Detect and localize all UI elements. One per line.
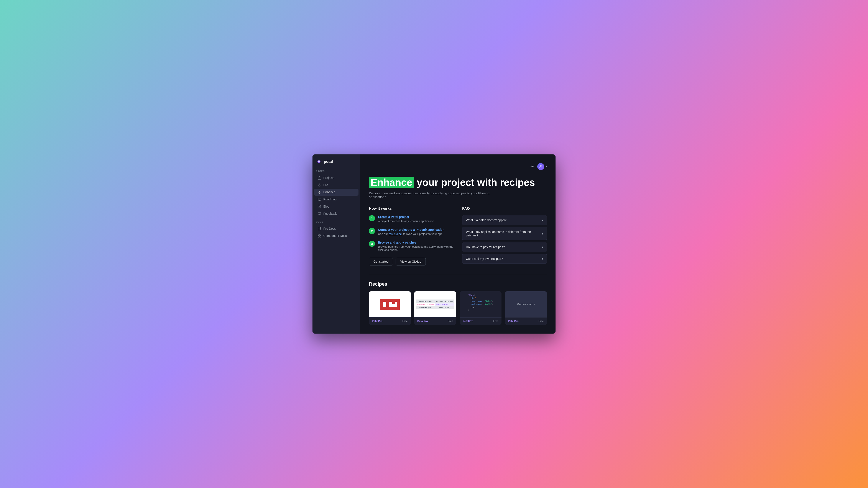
how-it-works-title: How it works: [369, 206, 454, 211]
svg-rect-7: [320, 236, 321, 237]
faq-item-2[interactable]: Do I have to pay for recipes? ▾: [462, 242, 547, 252]
faq-title: FAQ: [462, 206, 547, 211]
rocket-icon: [318, 183, 321, 187]
book-icon: [318, 227, 321, 230]
step-2-desc: Use our mix project to sync your project…: [378, 232, 454, 235]
recipe-card-remove-orgs[interactable]: Remove orgs PetalPro Free: [505, 291, 547, 325]
svg-rect-12: [386, 302, 389, 307]
sparkle-icon: [318, 190, 321, 194]
two-col-layout: How it works 1 Create a Petal project A …: [369, 206, 547, 265]
recipe-footer-uuid: PetalPro Free: [414, 317, 456, 325]
recipe-brand-code: PetalPro: [463, 320, 473, 323]
svg-rect-1: [318, 177, 321, 180]
svg-point-8: [540, 165, 541, 167]
sidebar-item-component-docs-label: Component Docs: [323, 234, 347, 237]
recipes-title: Recipes: [369, 281, 547, 287]
recipe-brand-uuid: PetalPro: [417, 320, 428, 323]
sidebar-item-pro[interactable]: Pro: [314, 182, 359, 189]
docs-section: DOCS Pro Docs Component Docs: [312, 221, 360, 239]
step-1-number: 1: [369, 215, 375, 221]
view-github-button[interactable]: View on GitHub: [396, 258, 426, 265]
npm-logo-svg: [378, 297, 402, 312]
hero-title: Enhance your project with recipes: [369, 177, 547, 188]
mix-project-link[interactable]: mix project: [389, 232, 402, 235]
sidebar-item-projects[interactable]: Projects: [314, 174, 359, 181]
recipe-price-npm: Free: [402, 320, 408, 323]
pages-section: PAGES Projects Pro: [312, 170, 360, 217]
recipe-brand-npm: PetalPro: [372, 320, 382, 323]
faq-chevron-1: ▾: [541, 232, 543, 235]
avatar: [537, 163, 544, 170]
petal-logo-icon: [316, 159, 322, 165]
sidebar: petal PAGES Projects Pro: [312, 155, 360, 334]
sidebar-item-enhance[interactable]: Enhance: [314, 189, 359, 196]
recipe-thumbnail-code: %User{ id: 1, first_name: "John", last_n…: [460, 291, 501, 317]
recipes-grid: PetalPro Free Timestamp (48) Address Fam…: [369, 291, 547, 325]
step-3-content: Browse and apply patches Browse patches …: [378, 241, 454, 252]
step-3-title: Browse and apply patches: [378, 241, 454, 244]
code-snippet: %User{ id: 1, first_name: "John", last_n…: [468, 294, 493, 312]
step-1-content: Create a Petal project A project matches…: [378, 215, 454, 223]
hero-highlight-word: Enhance: [369, 177, 414, 188]
docs-label: DOCS: [312, 221, 360, 225]
faq-chevron-2: ▾: [541, 245, 543, 249]
get-started-button[interactable]: Get started: [369, 258, 393, 265]
remove-orgs-label: Remove orgs: [517, 302, 535, 306]
step-1-title[interactable]: Create a Petal project: [378, 215, 454, 219]
step-3-desc: Browse patches from your localhost and a…: [378, 245, 454, 252]
recipe-footer-code: PetalPro Free: [460, 317, 501, 325]
recipe-card-uuid[interactable]: Timestamp (48) Address Family (8) 573E01…: [414, 291, 456, 325]
logo-text: petal: [324, 159, 333, 164]
step-2: 2 Connect your project to a Phoenix appl…: [369, 228, 454, 235]
sidebar-item-feedback[interactable]: Feedback: [314, 210, 359, 217]
recipe-thumbnail-npm: [369, 291, 411, 317]
faq-question-0: What if a patch doesn't apply?: [466, 219, 506, 222]
hero-section: Enhance your project with recipes Discov…: [369, 177, 547, 199]
faq-section: FAQ What if a patch doesn't apply? ▾ Wha…: [462, 206, 547, 265]
sidebar-item-feedback-label: Feedback: [323, 212, 337, 215]
sidebar-item-pro-docs[interactable]: Pro Docs: [314, 225, 359, 232]
faq-chevron-0: ▾: [541, 219, 543, 222]
sidebar-item-roadmap-label: Roadmap: [323, 198, 337, 201]
step-3: 3 Browse and apply patches Browse patche…: [369, 241, 454, 252]
faq-question-1: What if my application name is different…: [466, 230, 541, 237]
grid-icon: [318, 234, 321, 237]
section-divider: [369, 274, 547, 274]
user-menu-chevron: ▾: [546, 165, 547, 168]
faq-item-3[interactable]: Can I add my own recipes? ▾: [462, 254, 547, 264]
svg-rect-5: [320, 234, 321, 235]
document-icon: [318, 205, 321, 208]
hero-title-rest: your project with recipes: [414, 177, 535, 188]
sidebar-item-pro-docs-label: Pro Docs: [323, 227, 336, 230]
sidebar-item-blog[interactable]: Blog: [314, 203, 359, 210]
sidebar-item-projects-label: Projects: [323, 176, 334, 180]
recipe-price-remove-orgs: Free: [538, 320, 544, 323]
recipe-price-uuid: Free: [448, 320, 453, 323]
step-2-content: Connect your project to a Phoenix applic…: [378, 228, 454, 235]
cta-buttons: Get started View on GitHub: [369, 258, 454, 265]
sidebar-item-component-docs[interactable]: Component Docs: [314, 232, 359, 239]
faq-chevron-3: ▾: [541, 257, 543, 260]
logo[interactable]: petal: [312, 159, 360, 170]
hero-subtitle: Discover new and wonderous functionality…: [369, 191, 503, 199]
step-1: 1 Create a Petal project A project match…: [369, 215, 454, 223]
map-icon: [318, 198, 321, 201]
sidebar-item-enhance-label: Enhance: [323, 190, 335, 194]
sidebar-item-roadmap[interactable]: Roadmap: [314, 196, 359, 203]
step-1-desc: A project matches to any Phoenix applica…: [378, 220, 454, 223]
pages-label: PAGES: [312, 170, 360, 174]
uuid-table: Timestamp (48) Address Family (8) 573E01…: [416, 299, 454, 309]
recipe-card-code[interactable]: %User{ id: 1, first_name: "John", last_n…: [460, 291, 501, 325]
user-menu[interactable]: ▾: [537, 163, 547, 170]
theme-toggle-button[interactable]: ☀: [529, 163, 535, 170]
step-2-number: 2: [369, 228, 375, 234]
svg-rect-4: [318, 234, 319, 235]
faq-item-0[interactable]: What if a patch doesn't apply? ▾: [462, 215, 547, 225]
faq-item-1[interactable]: What if my application name is different…: [462, 227, 547, 240]
sidebar-item-pro-label: Pro: [323, 183, 328, 187]
recipe-card-npm[interactable]: PetalPro Free: [369, 291, 411, 325]
how-it-works-section: How it works 1 Create a Petal project A …: [369, 206, 454, 265]
svg-rect-6: [318, 236, 319, 237]
main-content: ☀ ▾ Enhance your project with recipes Di…: [360, 155, 556, 334]
recipe-thumbnail-uuid: Timestamp (48) Address Family (8) 573E01…: [414, 291, 456, 317]
